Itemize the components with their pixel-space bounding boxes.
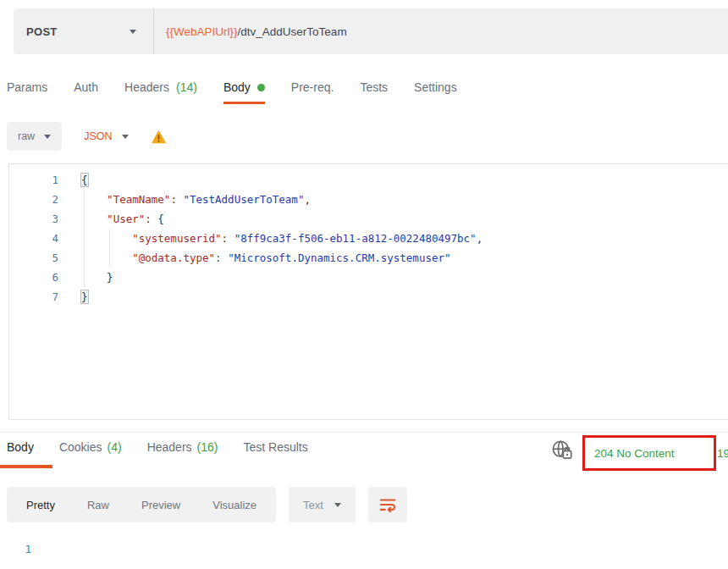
chevron-down-icon bbox=[44, 135, 51, 139]
indent-guide bbox=[109, 229, 110, 268]
indent-guide bbox=[84, 190, 85, 287]
body-format-dropdown[interactable]: raw bbox=[7, 122, 62, 151]
response-tabs: Body Cookies (4) Headers (16) Test Resul… bbox=[7, 440, 308, 454]
tab-settings[interactable]: Settings bbox=[414, 80, 457, 104]
language-dropdown[interactable]: JSON bbox=[84, 130, 128, 142]
view-raw-label: Raw bbox=[87, 499, 109, 511]
tab-params[interactable]: Params bbox=[7, 80, 47, 104]
body-format-toolbar: raw JSON bbox=[7, 119, 167, 153]
code-line[interactable]: 3 "User": { bbox=[9, 209, 728, 229]
response-tab-headers-label: Headers bbox=[147, 440, 192, 454]
tab-body-label: Body bbox=[223, 80, 251, 94]
view-visualize-label: Visualize bbox=[212, 499, 256, 511]
request-tabs: Params Auth Headers (14) Body Pre-req. T… bbox=[7, 80, 457, 104]
status-annotation-red-box: 204 No Content bbox=[582, 435, 716, 471]
response-status: 204 No Content bbox=[594, 447, 675, 460]
response-tab-body-label: Body bbox=[7, 440, 34, 454]
code-line[interactable]: 4 "systemuserid": "8ff9ca3f-f506-eb11-a8… bbox=[9, 229, 728, 248]
code-line[interactable]: 5 "@odata.type": "Microsoft.Dynamics.CRM… bbox=[9, 248, 728, 268]
response-tab-cookies-label: Cookies bbox=[59, 440, 102, 454]
language-label: JSON bbox=[84, 130, 112, 142]
response-tab-cookies[interactable]: Cookies (4) bbox=[59, 440, 122, 454]
body-has-content-dot-icon bbox=[257, 84, 265, 91]
cookies-count-badge: (4) bbox=[108, 440, 122, 454]
tab-auth-label: Auth bbox=[74, 80, 98, 94]
tab-auth[interactable]: Auth bbox=[74, 80, 98, 104]
response-time-clipped: 19 bbox=[717, 435, 728, 471]
method-selector[interactable]: POST bbox=[14, 8, 154, 54]
response-format-label: Text bbox=[303, 499, 323, 511]
network-ssl-globe-lock-icon[interactable] bbox=[550, 439, 574, 466]
url-variable: {{WebAPIUrl}} bbox=[166, 25, 238, 38]
headers-count-badge: (14) bbox=[176, 80, 197, 94]
response-body-line-number: 1 bbox=[0, 543, 31, 555]
response-section-divider bbox=[0, 432, 728, 433]
line-number: 3 bbox=[9, 209, 58, 229]
code-line[interactable]: 1 { bbox=[9, 170, 728, 190]
view-pretty-label: Pretty bbox=[26, 499, 55, 511]
url-input[interactable]: {{WebAPIUrl}}/dtv_AddUserToTeam bbox=[154, 25, 347, 38]
wrap-text-button[interactable] bbox=[368, 487, 407, 522]
chevron-down-icon bbox=[334, 503, 341, 507]
url-bar: POST {{WebAPIUrl}}/dtv_AddUserToTeam bbox=[14, 8, 728, 54]
line-number: 4 bbox=[9, 229, 58, 248]
view-preview-button[interactable]: Preview bbox=[125, 487, 196, 522]
line-number: 5 bbox=[9, 248, 58, 268]
tab-headers[interactable]: Headers (14) bbox=[124, 80, 197, 104]
tab-pre-request[interactable]: Pre-req. bbox=[291, 80, 334, 104]
code-text: } bbox=[58, 268, 113, 287]
code-line[interactable]: 7 } bbox=[9, 287, 728, 307]
tab-settings-label: Settings bbox=[414, 80, 457, 94]
method-label: POST bbox=[26, 25, 58, 38]
line-number: 6 bbox=[9, 268, 58, 287]
response-tab-test-results-label: Test Results bbox=[243, 440, 307, 454]
line-number: 7 bbox=[9, 287, 58, 307]
tab-pre-request-label: Pre-req. bbox=[291, 80, 334, 94]
request-body-editor[interactable]: 1 { 2 "TeamName": "TestAddUserToTeam", 3… bbox=[8, 163, 728, 420]
code-text: "User": { bbox=[58, 209, 164, 229]
response-tab-body[interactable]: Body bbox=[7, 440, 34, 454]
tab-tests[interactable]: Tests bbox=[360, 80, 388, 104]
tab-params-label: Params bbox=[7, 80, 47, 94]
url-path: /dtv_AddUserToTeam bbox=[238, 25, 347, 38]
response-tab-headers[interactable]: Headers (16) bbox=[147, 440, 218, 454]
view-mode-segmented-control: Pretty Raw Preview Visualize bbox=[7, 487, 276, 522]
code-text: { bbox=[58, 170, 88, 190]
chevron-down-icon bbox=[130, 30, 136, 34]
code-text: } bbox=[58, 287, 88, 307]
body-format-label: raw bbox=[18, 130, 35, 142]
code-text: "@odata.type": "Microsoft.Dynamics.CRM.s… bbox=[58, 248, 451, 268]
format-warning-icon[interactable] bbox=[151, 130, 167, 144]
postman-request-view: POST {{WebAPIUrl}}/dtv_AddUserToTeam Par… bbox=[0, 0, 728, 569]
wrap-text-icon bbox=[378, 495, 397, 514]
code-line[interactable]: 6 } bbox=[9, 268, 728, 287]
response-format-dropdown[interactable]: Text bbox=[289, 487, 356, 522]
response-tab-test-results[interactable]: Test Results bbox=[243, 440, 307, 454]
code-text: "systemuserid": "8ff9ca3f-f506-eb11-a812… bbox=[58, 229, 483, 248]
view-raw-button[interactable]: Raw bbox=[71, 487, 125, 522]
editor-lines: 1 { 2 "TeamName": "TestAddUserToTeam", 3… bbox=[9, 164, 728, 307]
line-number: 2 bbox=[9, 190, 58, 209]
view-visualize-button[interactable]: Visualize bbox=[196, 487, 273, 522]
active-response-tab-underline bbox=[0, 465, 52, 468]
code-line[interactable]: 2 "TeamName": "TestAddUserToTeam", bbox=[9, 190, 728, 209]
response-view-toolbar: Pretty Raw Preview Visualize Text bbox=[7, 487, 407, 522]
line-number: 1 bbox=[9, 170, 58, 190]
tab-body[interactable]: Body bbox=[223, 80, 265, 104]
view-pretty-button[interactable]: Pretty bbox=[10, 487, 71, 522]
tab-tests-label: Tests bbox=[360, 80, 388, 94]
view-preview-label: Preview bbox=[141, 499, 180, 511]
tab-headers-label: Headers bbox=[124, 80, 169, 94]
code-text: "TeamName": "TestAddUserToTeam", bbox=[58, 190, 311, 209]
response-headers-count-badge: (16) bbox=[197, 440, 218, 454]
chevron-down-icon bbox=[122, 135, 129, 139]
